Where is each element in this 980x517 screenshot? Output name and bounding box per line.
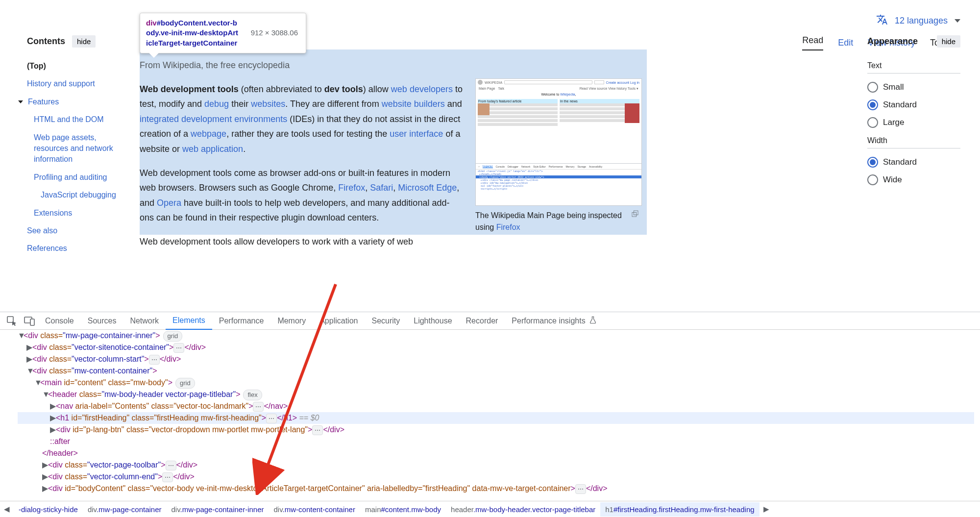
dom-selected-row: ▶<h1 id="firstHeading" class="firstHeadi… bbox=[18, 412, 974, 424]
link-website-builders[interactable]: website builders bbox=[382, 99, 445, 109]
text-large-option[interactable]: Large bbox=[867, 114, 960, 131]
tab-console[interactable]: Console bbox=[38, 313, 81, 329]
crumb-next[interactable]: ▶ bbox=[760, 502, 773, 517]
text-size-label: Text bbox=[867, 56, 960, 74]
link-user-interface[interactable]: user interface bbox=[390, 129, 443, 139]
link-web-application[interactable]: web application bbox=[182, 144, 243, 154]
tab-performance-insights[interactable]: Performance insights bbox=[505, 312, 604, 330]
radio-icon bbox=[867, 174, 878, 185]
tab-application[interactable]: Application bbox=[313, 313, 365, 329]
link-firefox[interactable]: Firefox bbox=[338, 183, 365, 193]
tooltip-selector: div#bodyContent.vector-body.ve-init-mw-d… bbox=[146, 18, 239, 48]
crumb[interactable]: main#content.mw-body bbox=[360, 502, 446, 517]
toc-top[interactable]: (Top) bbox=[27, 57, 125, 75]
device-toolbar-icon[interactable] bbox=[24, 315, 35, 327]
article-thumbnail: WIKIPEDIACreate account Log in Main Page… bbox=[475, 78, 642, 233]
toc-history[interactable]: History and support bbox=[27, 75, 125, 93]
crumb[interactable]: div.mw-content-container bbox=[269, 502, 360, 517]
contents-sidebar: Contents hide (Top) History and support … bbox=[27, 35, 125, 258]
crumb-prev[interactable]: ◀ bbox=[0, 502, 14, 517]
svg-rect-0 bbox=[632, 212, 637, 217]
appearance-hide-button[interactable]: hide bbox=[937, 35, 960, 48]
toc-seealso[interactable]: See also bbox=[27, 222, 125, 240]
devtools-breadcrumb: ◀ -dialog-sticky-hide div.mw-page-contai… bbox=[0, 501, 980, 517]
link-web-developers[interactable]: web developers bbox=[391, 84, 453, 94]
svg-rect-5 bbox=[30, 319, 34, 325]
crumb[interactable]: div.mw-page-container bbox=[83, 502, 167, 517]
article-body: From Wikipedia, the free encyclopedia We… bbox=[140, 58, 463, 258]
width-standard-option[interactable]: Standard bbox=[867, 153, 960, 171]
crumb[interactable]: -dialog-sticky-hide bbox=[14, 502, 83, 517]
appearance-title: Appearance bbox=[867, 36, 918, 47]
link-webpage[interactable]: webpage bbox=[191, 129, 226, 139]
appearance-sidebar: Appearance hide Text Small Standard Larg… bbox=[867, 35, 960, 189]
toc-jsdebug[interactable]: JavaScript debugging bbox=[27, 186, 125, 204]
toc-assets[interactable]: Web page assets, resources and network i… bbox=[27, 129, 125, 169]
tab-recorder[interactable]: Recorder bbox=[459, 313, 505, 329]
tab-edit[interactable]: Edit bbox=[838, 38, 853, 48]
tab-read[interactable]: Read bbox=[802, 35, 823, 50]
crumb[interactable]: header.mw-body-header.vector-page-titleb… bbox=[446, 502, 600, 517]
text-standard-option[interactable]: Standard bbox=[867, 96, 960, 114]
thumbnail-image[interactable]: WIKIPEDIACreate account Log in Main Page… bbox=[475, 78, 642, 206]
thumbnail-caption: The Wikipedia Main Page being inspected … bbox=[475, 210, 642, 233]
tooltip-dimensions: 912 × 3088.06 bbox=[251, 28, 298, 38]
crumb-active[interactable]: h1#firstHeading.firstHeading.mw-first-he… bbox=[600, 502, 759, 517]
width-wide-option[interactable]: Wide bbox=[867, 171, 960, 189]
enlarge-icon[interactable] bbox=[631, 210, 639, 220]
toc-extensions[interactable]: Extensions bbox=[27, 204, 125, 222]
article-paragraph: Web development tools allow developers t… bbox=[140, 234, 463, 249]
language-count: 12 languages bbox=[895, 16, 948, 26]
tab-sources[interactable]: Sources bbox=[81, 313, 123, 329]
article-subtitle: From Wikipedia, the free encyclopedia bbox=[140, 58, 463, 73]
toc-profiling[interactable]: Profiling and auditing bbox=[27, 169, 125, 186]
radio-icon bbox=[867, 82, 878, 93]
chevron-down-icon bbox=[18, 100, 23, 103]
translate-icon bbox=[876, 14, 888, 28]
radio-icon bbox=[867, 117, 878, 128]
tab-security[interactable]: Security bbox=[365, 313, 407, 329]
toc-features[interactable]: Features bbox=[27, 93, 125, 111]
link-firefox-caption[interactable]: Firefox bbox=[496, 223, 520, 231]
radio-icon bbox=[867, 157, 878, 168]
toc-html-dom[interactable]: HTML and the DOM bbox=[27, 111, 125, 128]
inspector-tooltip: div#bodyContent.vector-body.ve-init-mw-d… bbox=[140, 13, 306, 53]
radio-icon bbox=[867, 99, 878, 110]
link-opera[interactable]: Opera bbox=[157, 198, 181, 208]
article-paragraph: Web development tools (often abbreviated… bbox=[140, 82, 463, 157]
link-edge[interactable]: Microsoft Edge bbox=[398, 183, 457, 193]
inspect-element-icon[interactable] bbox=[6, 315, 18, 327]
chevron-down-icon bbox=[955, 19, 960, 23]
contents-title: Contents bbox=[27, 36, 65, 47]
devtools-tabs: Console Sources Network Elements Perform… bbox=[0, 312, 980, 330]
devtools-panel: Console Sources Network Elements Perform… bbox=[0, 312, 980, 517]
link-safari[interactable]: Safari bbox=[370, 183, 393, 193]
link-ide[interactable]: integrated development environments bbox=[140, 114, 287, 124]
dom-tree[interactable]: ▼<div class="mw-page-container-inner">gr… bbox=[0, 330, 980, 494]
flask-icon bbox=[588, 316, 597, 326]
link-websites[interactable]: websites bbox=[251, 99, 285, 109]
tab-network[interactable]: Network bbox=[123, 313, 166, 329]
toc-references[interactable]: References bbox=[27, 240, 125, 257]
tab-lighthouse[interactable]: Lighthouse bbox=[407, 313, 459, 329]
tab-memory[interactable]: Memory bbox=[270, 313, 313, 329]
tab-elements[interactable]: Elements bbox=[166, 312, 212, 330]
contents-hide-button[interactable]: hide bbox=[72, 35, 96, 48]
svg-rect-1 bbox=[634, 211, 638, 215]
link-debug[interactable]: debug bbox=[204, 99, 229, 109]
crumb[interactable]: div.mw-page-container-inner bbox=[167, 502, 269, 517]
text-small-option[interactable]: Small bbox=[867, 78, 960, 96]
article-paragraph: Web development tools come as browser ad… bbox=[140, 166, 463, 225]
tab-performance[interactable]: Performance bbox=[212, 313, 271, 329]
language-selector[interactable]: 12 languages bbox=[876, 14, 960, 28]
width-label: Width bbox=[867, 131, 960, 148]
